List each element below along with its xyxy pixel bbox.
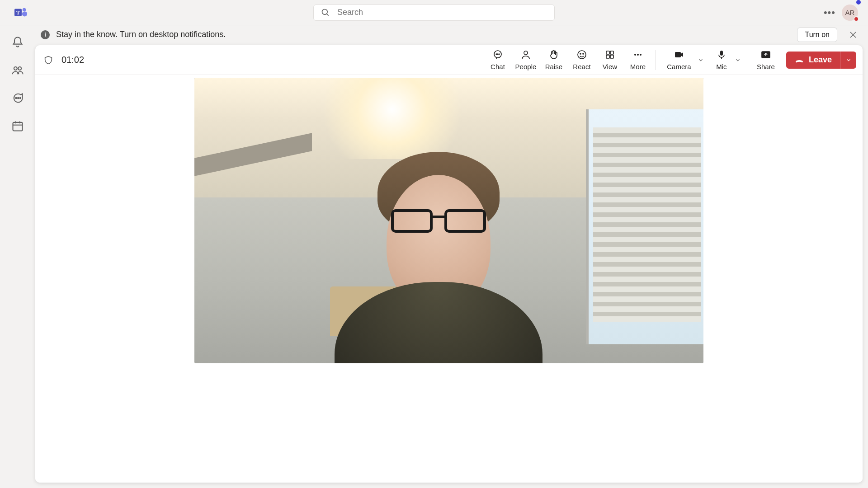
info-icon: i (41, 30, 50, 39)
presence-indicator-top (856, 0, 861, 5)
svg-point-34 (640, 54, 642, 56)
svg-line-5 (327, 14, 329, 15)
rail-calendar-icon[interactable] (11, 120, 24, 132)
view-button[interactable]: View (596, 49, 624, 70)
avatar[interactable]: AR (842, 5, 858, 21)
search-input[interactable] (337, 8, 547, 17)
svg-point-33 (637, 54, 639, 56)
svg-point-11 (18, 98, 19, 99)
camera-button[interactable]: Camera (660, 49, 698, 70)
svg-point-21 (496, 54, 497, 55)
rail-activity-icon[interactable] (11, 36, 24, 48)
participant-video[interactable] (194, 78, 703, 363)
svg-point-8 (14, 67, 17, 70)
camera-label: Camera (667, 63, 691, 70)
leave-chevron-icon[interactable] (840, 52, 856, 69)
svg-rect-13 (13, 122, 23, 131)
svg-point-23 (499, 54, 500, 55)
meeting-window: 01:02 Chat People Raise (35, 45, 863, 483)
avatar-initials: AR (845, 9, 855, 16)
svg-point-22 (497, 54, 498, 55)
call-timer: 01:02 (61, 55, 84, 65)
settings-more-icon[interactable]: ••• (824, 7, 835, 19)
svg-point-4 (322, 9, 328, 14)
svg-point-24 (524, 51, 528, 55)
svg-point-10 (15, 98, 16, 99)
shield-icon[interactable] (43, 55, 53, 65)
teams-logo: T (13, 4, 30, 21)
search-icon (321, 8, 330, 17)
toolbar-separator (656, 50, 656, 70)
app-top-bar: T ••• AR (0, 0, 868, 25)
svg-rect-3 (22, 11, 27, 16)
more-button[interactable]: More (624, 49, 652, 70)
raise-hand-button[interactable]: Raise (540, 49, 568, 70)
mic-chevron-icon[interactable] (735, 57, 741, 63)
svg-point-27 (583, 53, 584, 54)
svg-point-2 (23, 8, 26, 11)
svg-rect-30 (606, 55, 609, 58)
camera-chevron-icon[interactable] (698, 57, 704, 63)
rail-chat-icon[interactable] (11, 92, 24, 104)
react-button[interactable]: React (568, 49, 596, 70)
svg-rect-36 (720, 51, 723, 56)
react-label: React (573, 63, 590, 70)
search-box[interactable] (313, 5, 555, 21)
people-label: People (515, 63, 537, 70)
leave-button[interactable]: Leave (786, 52, 856, 69)
mic-button[interactable]: Mic (708, 49, 736, 70)
people-button[interactable]: People (512, 49, 540, 70)
svg-text:T: T (16, 9, 20, 15)
svg-rect-29 (610, 51, 613, 54)
notification-banner: i Stay in the know. Turn on desktop noti… (0, 25, 868, 44)
svg-point-12 (20, 98, 21, 99)
svg-point-32 (634, 54, 636, 56)
chat-label: Chat (491, 63, 505, 70)
meeting-toolbar: 01:02 Chat People Raise (35, 45, 863, 75)
share-button[interactable]: Share (752, 49, 780, 70)
leave-label: Leave (809, 55, 832, 65)
banner-text: Stay in the know. Turn on desktop notifi… (56, 30, 226, 39)
turn-on-button[interactable]: Turn on (797, 28, 837, 42)
presence-indicator (854, 16, 859, 22)
view-label: View (603, 63, 617, 70)
svg-rect-31 (610, 55, 613, 58)
app-rail (0, 25, 35, 488)
chat-button[interactable]: Chat (484, 49, 512, 70)
raise-label: Raise (545, 63, 562, 70)
svg-point-25 (578, 51, 586, 59)
svg-point-26 (580, 53, 581, 54)
hangup-icon (794, 55, 804, 65)
more-label: More (630, 63, 646, 70)
svg-rect-28 (606, 51, 609, 54)
rail-community-icon[interactable] (11, 64, 24, 76)
meeting-stage (35, 75, 863, 483)
svg-point-9 (18, 67, 21, 70)
share-label: Share (757, 63, 775, 70)
svg-rect-35 (675, 52, 681, 57)
close-icon[interactable] (849, 31, 857, 39)
mic-label: Mic (716, 63, 726, 70)
